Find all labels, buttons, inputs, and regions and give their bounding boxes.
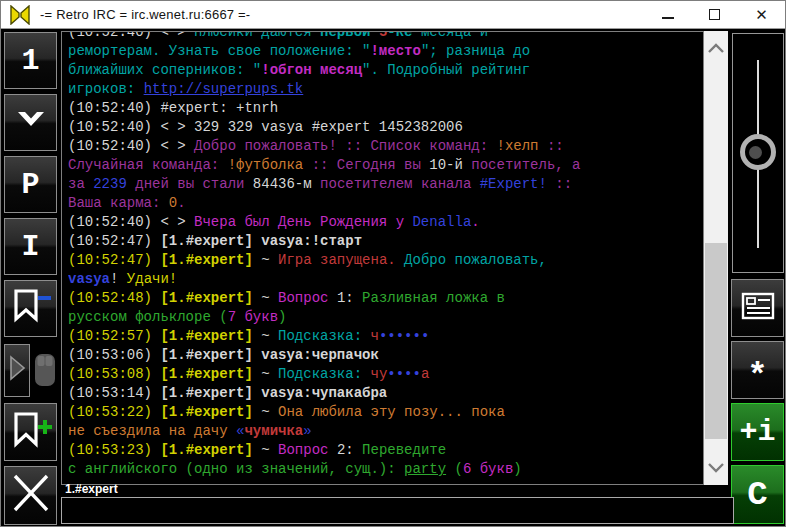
minimize-button[interactable]: [644, 1, 691, 28]
chat-line: (10:52:57) [1.#expert] ~ Подсказка: ч•••…: [68, 327, 701, 346]
chat-line: (10:52:47) [1.#expert] vasya:!старт: [68, 232, 701, 251]
chat-line: (10:52:40) #expert: +tnrh: [68, 99, 701, 118]
chat-line: (10:52:40) < > Добро пожаловать! :: Спис…: [68, 137, 701, 156]
asterisk-label: *: [747, 359, 767, 393]
button-play[interactable]: [4, 344, 30, 397]
button-p[interactable]: P: [4, 156, 57, 213]
c-label: C: [747, 478, 767, 512]
chevron-down-icon: [707, 460, 725, 478]
plus-i-label: +i: [739, 417, 775, 447]
button-i[interactable]: I: [4, 218, 57, 275]
minimize-icon: [662, 17, 674, 19]
titlebar[interactable]: -= Retro IRC = irc.wenet.ru:6667 =- ✕: [1, 1, 785, 29]
message-input[interactable]: [61, 497, 734, 524]
chat-messages: (10:52:40) < > плюсики даются первой 5-к…: [62, 31, 703, 479]
chat-line: Ваша карма: 0.: [68, 194, 701, 213]
slider-knob[interactable]: [740, 134, 776, 170]
chat-line: (10:52:47) [1.#expert] ~ Игра запущена. …: [68, 251, 701, 270]
button-1[interactable]: 1: [4, 32, 57, 89]
chat-line: за 2239 дней вы стали 84436-м посетителе…: [68, 175, 701, 194]
chevron-up-icon: [707, 40, 725, 58]
chat-line: (10:52:40) < > 329 329 vasya #expert 145…: [68, 118, 701, 137]
chat-scrollbar[interactable]: [704, 31, 728, 485]
chat-line: (10:53:22) [1.#expert] ~ Она любила эту …: [68, 403, 701, 422]
chat-line: (10:53:23) [1.#expert] ~ Вопрос 2: Перев…: [68, 441, 701, 460]
channel-tab[interactable]: 1.#expert: [65, 482, 118, 496]
close-icon: ✕: [755, 7, 768, 22]
scroll-up-button[interactable]: [704, 37, 728, 61]
app-icon: [9, 5, 31, 25]
slider-ball: [749, 146, 762, 159]
button-1-label: 1: [21, 46, 39, 76]
chat-line: (10:53:08) [1.#expert] ~ Подсказка: чу••…: [68, 365, 701, 384]
mouse-icon: [34, 374, 56, 391]
button-close-x[interactable]: [4, 466, 57, 525]
volume-slider[interactable]: [732, 33, 784, 273]
window-controls: ✕: [644, 1, 785, 28]
chat-line: игроков: http://superpups.tk: [68, 80, 701, 99]
button-i-label: I: [21, 232, 39, 262]
chat-line: Случайная команда: !футболка :: Сегодня …: [68, 156, 701, 175]
chat-line: vasya! Удачи!: [68, 270, 701, 289]
irc-window: -= Retro IRC = irc.wenet.ru:6667 =- ✕ 1 …: [0, 0, 786, 527]
chat-line: (10:53:14) [1.#expert] vasya:чупакабра: [68, 384, 701, 403]
chat-line: ближайших соперников: "!обгон месяц". По…: [68, 61, 701, 80]
maximize-icon: [709, 9, 720, 20]
button-c[interactable]: C: [731, 465, 784, 524]
chat-line: (10:53:06) [1.#expert] vasya:черпачок: [68, 346, 701, 365]
window-title: -= Retro IRC = irc.wenet.ru:6667 =-: [40, 7, 250, 22]
bookmark-plus-icon: [9, 411, 53, 454]
chat-line: (10:52:40) < > плюсики даются первой 5-к…: [68, 31, 701, 42]
button-asterisk[interactable]: *: [731, 341, 784, 399]
chat-line: с английского (одно из значений, сущ.): …: [68, 460, 701, 479]
scrollbar-thumb[interactable]: [705, 243, 727, 439]
chat-line: не съездила на дачу «чумичка»: [68, 422, 701, 441]
chat-line: (10:52:48) [1.#expert] ~ Вопрос 1: Разли…: [68, 289, 701, 308]
button-plus-i[interactable]: +i: [731, 403, 784, 461]
bookmark-minus-icon: [10, 288, 52, 329]
close-button[interactable]: ✕: [738, 1, 785, 28]
maximize-button[interactable]: [691, 1, 738, 28]
list-form-icon: [741, 292, 775, 325]
button-channel-list[interactable]: [731, 279, 784, 337]
mouse-indicator: [34, 352, 56, 388]
chat-line: русском фольклоре (7 букв): [68, 308, 701, 327]
chat-log[interactable]: (10:52:40) < > плюсики даются первой 5-к…: [61, 31, 704, 485]
x-icon: [11, 472, 51, 519]
chat-line: (10:52:40) < > Вчера был День Рождения у…: [68, 213, 701, 232]
chat-line: ремортерам. Узнать свое положение: "!мес…: [68, 42, 701, 61]
scroll-down-button[interactable]: [704, 457, 728, 481]
play-icon: [7, 355, 27, 386]
button-bookmark-remove[interactable]: [4, 280, 57, 337]
button-chevron-down[interactable]: [4, 94, 57, 151]
button-p-label: P: [21, 170, 39, 200]
chevron-down-icon: [13, 107, 49, 138]
button-bookmark-add[interactable]: [4, 403, 57, 461]
